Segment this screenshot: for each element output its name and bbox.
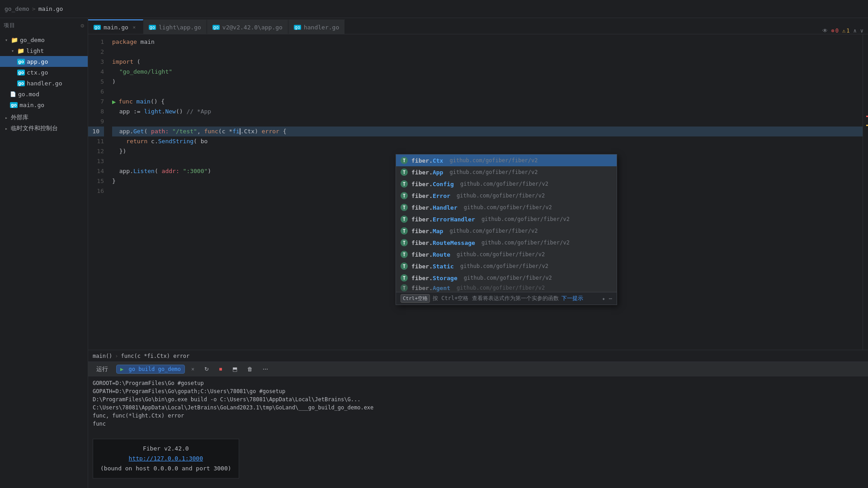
tab-handler-go[interactable]: go handler.go xyxy=(288,19,345,34)
project-header: 项目 ⚙ xyxy=(0,18,88,33)
trash-button[interactable]: 🗑 xyxy=(244,365,256,373)
warning-count: 1 xyxy=(846,28,849,34)
title-bar: go_demo > main.go xyxy=(0,0,868,18)
code-line-10: app.Get( path: "/test", func(c *fi.Ctx) … xyxy=(112,127,863,136)
code-line-1: package main xyxy=(112,37,863,47)
ac-item-name: fiber.Map xyxy=(411,228,443,235)
inspect-icon[interactable]: 👁 xyxy=(822,28,828,34)
mod-file-icon: 📄 xyxy=(10,91,16,97)
code-line-5: ) xyxy=(112,77,863,87)
ac-item-pkg: github.com/gofiber/fiber/v2 xyxy=(449,169,538,175)
sidebar-item-app-go[interactable]: go app.go xyxy=(0,56,88,67)
autocomplete-item-fiber-agent[interactable]: T fiber.Agent github.com/gofiber/fiber/v… xyxy=(396,284,617,292)
error-count: 0 xyxy=(835,28,839,34)
type-icon: T xyxy=(401,192,408,199)
chevron-down-icon: ▾ xyxy=(10,48,15,53)
fiber-url[interactable]: http://127.0.0.1:3000 xyxy=(100,454,231,464)
sidebar-item-main-go[interactable]: go main.go xyxy=(0,99,88,110)
autocomplete-item-fiber-ctx[interactable]: T fiber.Ctx github.com/gofiber/fiber/v2 xyxy=(396,155,617,166)
breadcrumb-func[interactable]: func(c *fi.Ctx) error xyxy=(121,353,190,359)
autocomplete-item-fiber-routemessage[interactable]: T fiber.RouteMessage github.com/gofiber/… xyxy=(396,237,617,249)
code-line-3: import ( xyxy=(112,57,863,67)
terminal-line-5: func, func(*light.Ctx) error xyxy=(93,412,863,420)
hint-key-ctrl: Ctrl+空格 xyxy=(401,294,430,303)
hint-text: 按 Ctrl+空格 查看将表达式作为第一个实参的函数 xyxy=(433,295,559,302)
sidebar-item-go-demo[interactable]: ▾ 📁 go_demo xyxy=(0,34,88,45)
autocomplete-item-fiber-route[interactable]: T fiber.Route github.com/gofiber/fiber/v… xyxy=(396,249,617,260)
run-config-badge[interactable]: ▶ go build go_demo xyxy=(116,365,185,374)
sidebar-item-label: 临时文件和控制台 xyxy=(11,124,58,132)
editor-scrollbar[interactable] xyxy=(863,34,868,350)
sidebar-item-temp-files[interactable]: ▸ 临时文件和控制台 xyxy=(0,123,88,134)
tab-light-app-go[interactable]: go light\app.go xyxy=(143,19,207,34)
run-config-label: go build go_demo xyxy=(128,366,181,372)
sidebar-item-label: 外部库 xyxy=(11,113,28,122)
tab-label: light\app.go xyxy=(159,24,201,31)
ac-item-name: fiber.Config xyxy=(411,181,454,188)
autocomplete-item-fiber-config[interactable]: T fiber.Config github.com/gofiber/fiber/… xyxy=(396,178,617,190)
next-hint-link[interactable]: 下一提示 xyxy=(561,295,583,302)
nav-up-icon[interactable]: ∧ xyxy=(854,28,857,34)
autocomplete-item-fiber-errorhandler[interactable]: T fiber.ErrorHandler github.com/gofiber/… xyxy=(396,213,617,225)
sidebar-item-handler-go[interactable]: go handler.go xyxy=(0,78,88,89)
restart-button[interactable]: ↻ xyxy=(201,365,212,373)
line-numbers: 1 2 3 4 5 6 7 8 9 10 11 12 13 14 15 16 xyxy=(88,34,108,350)
go-file-icon: go xyxy=(149,25,156,30)
close-icon[interactable]: × xyxy=(131,24,137,30)
build-button[interactable]: ⬒ xyxy=(229,365,241,373)
nav-down-icon[interactable]: ∨ xyxy=(860,28,863,34)
project-header-title[interactable]: 项目 xyxy=(4,22,15,29)
terminal-empty xyxy=(93,428,863,436)
breadcrumb-file[interactable]: main.go xyxy=(38,5,63,12)
type-icon: T xyxy=(401,284,408,291)
tab-main-go[interactable]: go main.go × xyxy=(88,19,143,34)
tab-label: v2@v2.42.0\app.go xyxy=(222,24,283,31)
run-config-icon: ▶ xyxy=(120,366,123,372)
autocomplete-item-fiber-app[interactable]: T fiber.App github.com/gofiber/fiber/v2 xyxy=(396,166,617,178)
autocomplete-sparkle-icon[interactable]: ✦ xyxy=(602,296,605,302)
bottom-panel: 运行 ▶ go build go_demo × ↻ ■ ⬒ 🗑 ⋯ xyxy=(88,361,868,488)
code-line-8: app := light.New() // *App xyxy=(112,107,863,117)
sidebar-item-light[interactable]: ▾ 📁 light xyxy=(0,45,88,56)
autocomplete-item-fiber-storage[interactable]: T fiber.Storage github.com/gofiber/fiber… xyxy=(396,272,617,284)
sidebar-item-ctx-go[interactable]: go ctx.go xyxy=(0,67,88,78)
ac-item-name: fiber.Route xyxy=(411,251,450,258)
project-settings-icon[interactable]: ⚙ xyxy=(80,22,84,29)
autocomplete-more-icon[interactable]: ⋯ xyxy=(609,296,612,302)
autocomplete-item-fiber-error[interactable]: T fiber.Error github.com/gofiber/fiber/v… xyxy=(396,190,617,202)
breadcrumb-main[interactable]: main() xyxy=(93,353,112,359)
sidebar-item-go-mod[interactable]: 📄 go.mod xyxy=(0,89,88,99)
autocomplete-item-fiber-map[interactable]: T fiber.Map github.com/gofiber/fiber/v2 xyxy=(396,225,617,237)
sidebar-item-external-libs[interactable]: ▸ 外部库 xyxy=(0,112,88,123)
stop-button[interactable]: ■ xyxy=(215,365,226,373)
tab-v2-app-go[interactable]: go v2@v2.42.0\app.go xyxy=(207,19,288,34)
scrollbar-warning-marker xyxy=(866,125,868,126)
fiber-bound: (bound on host 0.0.0.0 and port 3000) xyxy=(100,464,231,474)
more-button[interactable]: ⋯ xyxy=(259,365,272,373)
ac-item-pkg: github.com/gofiber/fiber/v2 xyxy=(457,251,545,258)
sidebar-item-label: ctx.go xyxy=(27,69,48,76)
type-icon: T xyxy=(401,251,408,258)
fiber-url-link[interactable]: http://127.0.0.1:3000 xyxy=(129,455,203,462)
title-breadcrumb: go_demo > main.go xyxy=(5,5,63,12)
code-line-4: "go_demo/light" xyxy=(112,67,863,77)
terminal-line-4: C:\Users\78081\AppData\Local\JetBrains\G… xyxy=(93,404,863,412)
code-line-6 xyxy=(112,87,863,97)
autocomplete-actions: ✦ ⋯ xyxy=(602,296,612,302)
tab-label: handler.go xyxy=(304,24,339,31)
run-button[interactable]: ▶ xyxy=(112,97,116,107)
chevron-right-icon: ▸ xyxy=(4,126,9,131)
run-config-close-icon[interactable]: × xyxy=(191,366,194,372)
type-icon: T xyxy=(401,169,408,176)
project-header-icons: ⚙ xyxy=(80,22,84,29)
go-file-icon: go xyxy=(17,80,25,86)
run-toolbar: 运行 ▶ go build go_demo × ↻ ■ ⬒ 🗑 ⋯ xyxy=(88,362,868,376)
terminal-line-3: D:\ProgramFiles\Go\bin\go.exe build -o C… xyxy=(93,395,863,404)
breadcrumb-project[interactable]: go_demo xyxy=(5,5,29,12)
autocomplete-item-fiber-static[interactable]: T fiber.Static github.com/gofiber/fiber/… xyxy=(396,260,617,272)
terminal-output[interactable]: GOROOT=D:\ProgramFiles\Go #gosetup GOPAT… xyxy=(88,376,868,488)
autocomplete-item-fiber-handler[interactable]: T fiber.Handler github.com/gofiber/fiber… xyxy=(396,202,617,213)
ac-item-name: fiber.Static xyxy=(411,263,454,270)
sidebar-item-label: handler.go xyxy=(27,80,62,87)
sidebar-item-label: main.go xyxy=(19,102,44,108)
